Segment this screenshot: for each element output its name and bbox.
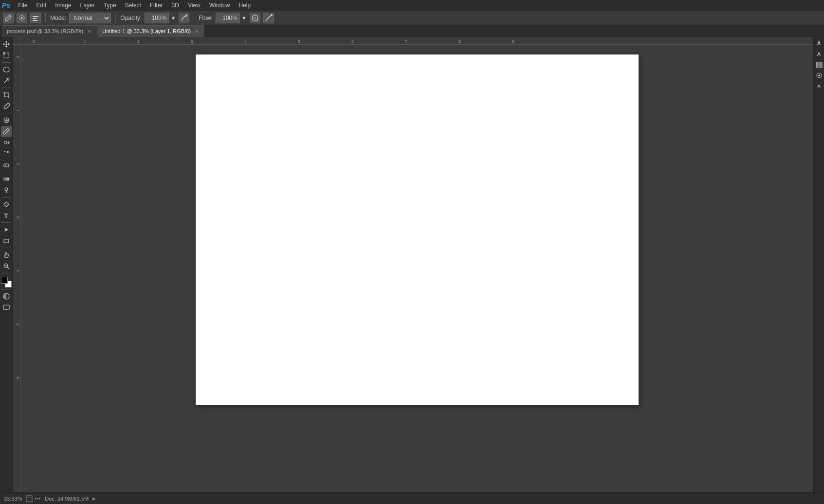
svg-text:6: 6 <box>16 377 20 379</box>
canvas-size-icon-group <box>26 495 41 502</box>
menu-select[interactable]: Select <box>121 1 145 10</box>
tool-eraser[interactable] <box>1 160 12 170</box>
svg-text:8: 8 <box>458 39 461 44</box>
menu-help[interactable]: Help <box>235 1 255 10</box>
toolbar-sep-9 <box>1 289 11 289</box>
tab-untitled[interactable]: Untitled-1 @ 33.3% (Layer 1, RGB/8) ✕ <box>97 25 205 37</box>
airbrush-icon[interactable] <box>250 13 260 23</box>
panel-btn-close[interactable]: ✕ <box>815 82 824 90</box>
tab-bar: process.psd @ 33.3% (RGB/8#) ✕ Untitled-… <box>0 25 824 37</box>
opacity-arrow[interactable]: ▼ <box>170 15 176 21</box>
tool-pen[interactable] <box>1 199 12 210</box>
tool-eyedropper[interactable] <box>1 101 12 111</box>
tool-brush[interactable] <box>1 126 12 137</box>
color-swatches[interactable] <box>1 277 12 288</box>
tool-history-brush[interactable] <box>1 148 12 159</box>
tool-magic-wand[interactable] <box>1 75 12 86</box>
svg-text:6: 6 <box>351 39 354 44</box>
app-logo: Ps <box>2 1 10 9</box>
menu-type[interactable]: Type <box>100 1 120 10</box>
svg-text:0: 0 <box>16 55 20 58</box>
svg-rect-5 <box>33 20 37 21</box>
toolbar-sep-7 <box>1 248 11 248</box>
tab-untitled-label: Untitled-1 @ 33.3% (Layer 1, RGB/8) <box>102 28 191 34</box>
ruler-corner <box>13 37 20 45</box>
toolbar-sep-4 <box>1 172 11 172</box>
panel-btn-layers[interactable] <box>815 60 824 69</box>
toolbar-sep-1 <box>1 62 11 63</box>
svg-point-12 <box>271 14 273 16</box>
menu-image[interactable]: Image <box>51 1 75 10</box>
tool-shape[interactable] <box>1 235 12 246</box>
flow-pressure-icon[interactable] <box>263 13 274 23</box>
svg-point-77 <box>35 498 37 499</box>
panel-swatches-icon: A <box>817 51 821 57</box>
flow-input[interactable] <box>216 13 240 23</box>
brush-options-icon[interactable] <box>30 13 41 23</box>
tool-clone[interactable] <box>1 137 12 148</box>
mode-label: Mode: <box>50 15 66 21</box>
opacity-pressure-icon[interactable] <box>179 13 189 23</box>
tool-crop[interactable] <box>1 90 12 100</box>
svg-line-0 <box>9 16 10 18</box>
layers-icon <box>816 61 823 68</box>
svg-rect-61 <box>13 45 20 492</box>
menu-filter[interactable]: Filter <box>146 1 167 10</box>
tab-process-close[interactable]: ✕ <box>86 28 92 35</box>
options-separator-2 <box>115 13 116 23</box>
opacity-label: Opacity: <box>120 15 142 21</box>
tool-dodge[interactable] <box>1 185 12 196</box>
tab-untitled-close[interactable]: ✕ <box>194 28 200 35</box>
tool-move[interactable] <box>1 39 12 50</box>
svg-rect-3 <box>33 16 38 17</box>
canvas-size-icon <box>26 495 33 502</box>
menu-layer[interactable]: Layer <box>76 1 99 10</box>
svg-rect-69 <box>816 62 822 64</box>
menu-3d[interactable]: 3D <box>168 1 183 10</box>
toolbar-sep-6 <box>1 222 11 223</box>
content-row: 0 1 2 3 4 5 6 <box>13 45 813 492</box>
document-canvas[interactable] <box>196 54 639 405</box>
foreground-color-swatch[interactable] <box>1 277 8 284</box>
panel-btn-properties[interactable] <box>815 71 824 80</box>
svg-rect-4 <box>33 18 37 19</box>
menu-view[interactable]: View <box>184 1 204 10</box>
tool-screen-mode[interactable] <box>1 302 12 313</box>
tool-heal[interactable] <box>1 115 12 126</box>
menu-edit[interactable]: Edit <box>32 1 50 10</box>
opacity-input[interactable] <box>145 13 169 23</box>
panel-btn-swatches[interactable]: A <box>815 50 824 58</box>
brush-preset-icon[interactable] <box>17 13 27 23</box>
panel-btn-color[interactable]: A <box>815 39 824 48</box>
tab-process-label: process.psd @ 33.3% (RGB/8#) <box>7 28 83 34</box>
tool-hand[interactable] <box>1 250 12 260</box>
svg-rect-70 <box>816 64 822 66</box>
svg-text:5: 5 <box>298 39 300 44</box>
svg-rect-71 <box>816 66 822 68</box>
status-expand[interactable]: ▶ <box>92 496 96 501</box>
tool-lasso[interactable] <box>1 64 12 75</box>
tool-brush-icon[interactable] <box>3 13 14 23</box>
flow-arrow[interactable]: ▼ <box>241 15 247 21</box>
svg-text:4: 4 <box>244 39 247 44</box>
tool-text[interactable]: T <box>1 210 12 221</box>
svg-text:4: 4 <box>16 270 20 272</box>
main-area: T <box>0 37 824 492</box>
tab-process[interactable]: process.psd @ 33.3% (RGB/8#) ✕ <box>2 25 97 37</box>
top-ruler-row: 0 1 2 3 4 5 6 7 <box>13 37 813 45</box>
options-separator-1 <box>45 13 46 23</box>
text-tool-icon: T <box>4 212 8 219</box>
tool-artboard[interactable] <box>1 50 12 61</box>
menu-window[interactable]: Window <box>205 1 234 10</box>
options-separator-3 <box>194 13 194 23</box>
tool-quick-mask[interactable] <box>1 291 12 302</box>
tool-zoom[interactable] <box>1 261 12 271</box>
svg-rect-75 <box>26 496 32 502</box>
mode-select[interactable]: NormalDissolveMultiplyScreenOverlaySoft … <box>69 13 111 23</box>
tool-gradient[interactable] <box>1 174 12 184</box>
menu-file[interactable]: File <box>14 1 31 10</box>
canvas-scroll[interactable] <box>20 45 813 492</box>
panel-color-icon: A <box>817 40 821 46</box>
close-icon: ✕ <box>817 83 821 90</box>
tool-path-selection[interactable] <box>1 224 12 235</box>
